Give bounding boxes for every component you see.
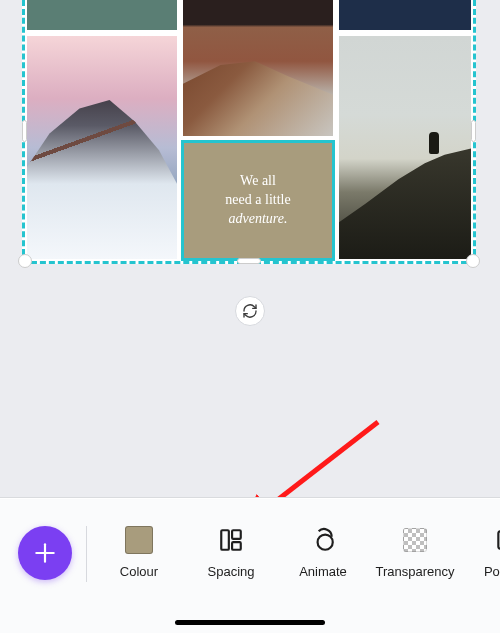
quote-text: We all need a little adventure.: [225, 172, 290, 229]
tool-spacing[interactable]: Spacing: [185, 516, 277, 579]
transparency-icon: [403, 528, 427, 552]
colour-swatch-icon: [125, 526, 153, 554]
tool-label: Spacing: [208, 564, 255, 579]
resize-handle-bottom[interactable]: [237, 258, 261, 264]
tool-colour[interactable]: Colour: [93, 516, 185, 579]
tool-label: Colour: [120, 564, 158, 579]
tool-label: Transparency: [376, 564, 455, 579]
resize-handle-left[interactable]: [22, 120, 27, 142]
collage-tile-snowy-peaks[interactable]: [27, 36, 177, 259]
tool-animate[interactable]: Animate: [277, 516, 369, 579]
svg-point-6: [318, 535, 333, 550]
svg-rect-4: [232, 530, 241, 539]
resize-handle-bottom-right[interactable]: [466, 254, 480, 268]
collage-tile-green[interactable]: [27, 0, 177, 30]
resize-handle-bottom-left[interactable]: [18, 254, 32, 268]
collage-tile-hiker-silhouette[interactable]: [339, 36, 471, 259]
canvas-area: We all need a little adventure.: [0, 0, 500, 280]
collage-tile-navy[interactable]: [339, 0, 471, 30]
tool-transparency[interactable]: Transparency: [369, 516, 461, 579]
animate-icon: [310, 527, 336, 553]
rotate-icon: [242, 303, 258, 319]
tool-label: Animate: [299, 564, 347, 579]
quote-line-1: We all: [225, 172, 290, 191]
resize-handle-right[interactable]: [471, 120, 476, 142]
home-indicator[interactable]: [175, 620, 325, 625]
selection-frame[interactable]: We all need a little adventure.: [22, 0, 476, 264]
collage-tile-mountain[interactable]: [183, 0, 333, 136]
collage: We all need a little adventure.: [25, 0, 473, 261]
bottom-toolbar: Colour Spacing: [0, 497, 500, 633]
add-button[interactable]: [18, 526, 72, 580]
rotate-button[interactable]: [235, 296, 265, 326]
quote-line-3: adventure.: [225, 210, 290, 229]
tool-label: Position: [484, 564, 500, 579]
collage-tile-quote[interactable]: We all need a little adventure.: [183, 142, 333, 259]
toolbar-items: Colour Spacing: [87, 516, 500, 579]
svg-rect-3: [221, 530, 229, 550]
quote-line-2: need a little: [225, 191, 290, 210]
svg-rect-5: [232, 542, 241, 550]
plus-icon: [32, 540, 58, 566]
tool-position[interactable]: Position: [461, 516, 500, 579]
spacing-icon: [218, 527, 244, 553]
position-icon: [494, 527, 500, 553]
